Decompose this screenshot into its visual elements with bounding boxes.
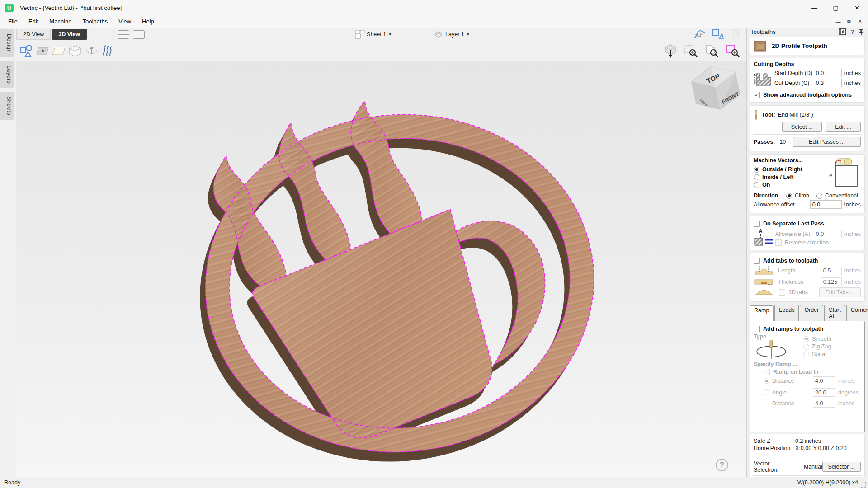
on-radio[interactable] bbox=[754, 182, 760, 188]
tool-edit-button[interactable]: Edit ... bbox=[826, 122, 861, 132]
zoom-material-icon[interactable] bbox=[725, 43, 741, 59]
split-vertical-icon[interactable] bbox=[133, 30, 145, 39]
reverse-direction-label: Reverse direction bbox=[785, 239, 829, 246]
tab-length-icon bbox=[754, 265, 774, 276]
tool-label: Tool: bbox=[762, 112, 775, 118]
maximize-button[interactable]: ▢ bbox=[825, 0, 846, 15]
material-block-icon[interactable] bbox=[51, 43, 67, 59]
last-pass-checkbox[interactable] bbox=[754, 221, 760, 227]
tab-3d-view[interactable]: 3D View bbox=[52, 29, 87, 40]
split-horizontal-icon[interactable] bbox=[118, 30, 129, 39]
last-pass-allowance-label: Allowance (A) bbox=[775, 231, 814, 237]
sidebar-tab-layers[interactable]: Layers bbox=[0, 61, 14, 89]
tab-leads[interactable]: Leads bbox=[774, 305, 799, 321]
advanced-options-checkbox[interactable] bbox=[754, 92, 760, 98]
ramp-angle-input[interactable] bbox=[813, 388, 835, 397]
application-window: U Vectric - {Vectric Ltd} - [*but first … bbox=[0, 0, 868, 488]
conventional-radio[interactable] bbox=[816, 193, 822, 199]
menu-help[interactable]: Help bbox=[137, 16, 160, 27]
edit-passes-button[interactable]: Edit Passes ... bbox=[793, 137, 861, 147]
sidebar-tab-design[interactable]: Design bbox=[0, 29, 14, 57]
canvas-3d-view[interactable]: TOP FRONT LEFT ? bbox=[16, 61, 747, 478]
ramp-distance-radio[interactable] bbox=[764, 378, 769, 384]
menu-file[interactable]: File bbox=[3, 16, 23, 27]
ramp-lead-in-checkbox[interactable] bbox=[764, 369, 770, 375]
draw-shapes-icon[interactable] bbox=[18, 43, 34, 59]
menu-edit[interactable]: Edit bbox=[23, 16, 44, 27]
toolpaths-panel-header: Toolpaths ? bbox=[747, 28, 868, 35]
home-position-label: Home Position bbox=[754, 445, 795, 451]
menu-view[interactable]: View bbox=[113, 16, 137, 27]
climb-radio[interactable] bbox=[786, 193, 792, 199]
set-view-cube-icon[interactable] bbox=[662, 43, 679, 59]
collapse-panel-icon[interactable] bbox=[839, 28, 847, 35]
ramp-zigzag-radio[interactable] bbox=[803, 344, 809, 350]
tabs-3d-checkbox[interactable] bbox=[779, 289, 785, 296]
mdi-close-button[interactable]: ✕ bbox=[857, 19, 863, 24]
panel-help-icon[interactable]: ? bbox=[851, 28, 854, 35]
pin-panel-icon[interactable] bbox=[859, 28, 864, 35]
on-label: On bbox=[762, 182, 770, 188]
selector-button[interactable]: Selector ... bbox=[822, 462, 861, 472]
cut-depth-label: Cut Depth (C) bbox=[774, 80, 814, 86]
ramp-distance2-input[interactable] bbox=[813, 399, 835, 408]
sheet-selector[interactable]: Sheet 1 ▼ bbox=[355, 30, 392, 39]
ramp-distance2-units: inches bbox=[838, 400, 861, 407]
minimize-button[interactable]: — bbox=[804, 0, 825, 15]
tab-3d-icon bbox=[754, 288, 774, 296]
add-tabs-card: Add tabs to toolpath Length inches Th bbox=[750, 253, 865, 302]
tab-order[interactable]: Order bbox=[800, 305, 823, 321]
allowance-offset-input[interactable] bbox=[810, 200, 842, 209]
sheet-selector-label: Sheet 1 bbox=[367, 31, 386, 38]
reverse-direction-checkbox[interactable] bbox=[775, 239, 782, 246]
ramp-angle-radio[interactable] bbox=[764, 389, 769, 395]
sidebar-tab-sheets[interactable]: Sheets bbox=[0, 92, 14, 120]
tab-corners[interactable]: Corners bbox=[846, 305, 868, 321]
wireframe-cube-icon[interactable] bbox=[67, 43, 83, 59]
view-cube[interactable]: TOP FRONT LEFT bbox=[688, 62, 744, 113]
close-button[interactable]: ✕ bbox=[846, 0, 868, 15]
svg-text:x: x bbox=[96, 49, 97, 52]
start-depth-units: inches bbox=[844, 70, 861, 76]
ramp-smooth-radio[interactable] bbox=[803, 336, 809, 342]
layer-selector[interactable]: Layer 1 ▼ bbox=[434, 30, 470, 39]
ramp-spiral-radio[interactable] bbox=[803, 352, 809, 357]
tab-thickness-input[interactable] bbox=[821, 277, 842, 286]
ramp-distance-input[interactable] bbox=[813, 376, 835, 385]
inside-left-radio[interactable] bbox=[754, 174, 760, 180]
mdi-restore-button[interactable]: ⧉ bbox=[846, 19, 852, 24]
snap-curve-icon[interactable] bbox=[693, 29, 706, 40]
canvas-help-button[interactable]: ? bbox=[716, 459, 728, 471]
last-pass-diagram-icon: A bbox=[754, 228, 774, 247]
cut-depth-input[interactable] bbox=[814, 79, 842, 87]
material-image-icon[interactable] bbox=[34, 43, 51, 59]
toolpath-lines-icon[interactable] bbox=[99, 43, 116, 59]
menu-machine[interactable]: Machine bbox=[44, 16, 77, 27]
snap-geometry-icon[interactable] bbox=[711, 29, 724, 40]
view-tab-row: 2D View 3D View Sheet 1 ▼ Layer 1 ▼ bbox=[16, 28, 747, 41]
menu-toolpaths[interactable]: Toolpaths bbox=[77, 16, 113, 27]
resize-grip[interactable] bbox=[861, 482, 866, 488]
layer-caret-icon: ▼ bbox=[466, 32, 470, 37]
tab-ramp[interactable]: Ramp bbox=[750, 305, 774, 321]
tab-2d-view[interactable]: 2D View bbox=[16, 29, 51, 40]
tab-length-input[interactable] bbox=[821, 267, 842, 275]
mdi-minimize-button[interactable]: — bbox=[835, 19, 841, 24]
last-pass-allowance-input[interactable] bbox=[814, 230, 842, 238]
axes-icon[interactable]: z Y x bbox=[83, 43, 99, 59]
snap-grid-icon[interactable] bbox=[729, 29, 741, 40]
add-ramps-checkbox[interactable] bbox=[754, 326, 760, 332]
ramp-smooth-label: Smooth bbox=[812, 336, 831, 342]
tab-length-units: inches bbox=[844, 267, 861, 274]
zoom-drawing-icon[interactable] bbox=[704, 43, 720, 59]
edit-tabs-button[interactable]: Edit Tabs ... bbox=[819, 287, 861, 297]
outside-right-radio[interactable] bbox=[754, 167, 760, 173]
last-pass-units: inches bbox=[844, 231, 861, 237]
machine-vectors-title: Machine Vectors... bbox=[754, 157, 825, 164]
tab-start-at[interactable]: Start At bbox=[824, 305, 845, 321]
ramp-lead-in-label: Ramp on Lead In bbox=[773, 369, 819, 375]
zoom-selection-icon[interactable] bbox=[683, 43, 699, 59]
start-depth-input[interactable] bbox=[814, 69, 842, 77]
tool-select-button[interactable]: Select ... bbox=[782, 122, 822, 132]
add-tabs-checkbox[interactable] bbox=[754, 258, 760, 264]
